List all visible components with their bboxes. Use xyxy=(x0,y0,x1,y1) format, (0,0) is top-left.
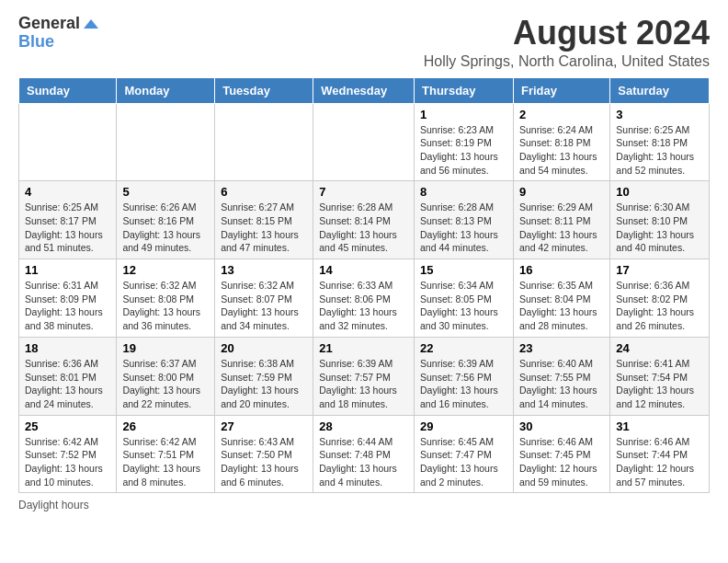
day-number: 31 xyxy=(616,419,703,433)
col-sunday: Sunday xyxy=(19,77,117,103)
day-number: 22 xyxy=(420,341,507,355)
cell-0-4: 1Sunrise: 6:23 AM Sunset: 8:19 PM Daylig… xyxy=(415,103,514,181)
day-info: Sunrise: 6:41 AM Sunset: 7:54 PM Dayligh… xyxy=(616,357,703,411)
header: General Blue August 2024 Holly Springs, … xyxy=(18,15,710,70)
logo-general: General xyxy=(18,15,80,33)
col-friday: Friday xyxy=(513,77,609,103)
cell-4-4: 29Sunrise: 6:45 AM Sunset: 7:47 PM Dayli… xyxy=(415,415,514,493)
cell-3-6: 24Sunrise: 6:41 AM Sunset: 7:54 PM Dayli… xyxy=(610,337,710,415)
col-tuesday: Tuesday xyxy=(215,77,313,103)
location-title: Holly Springs, North Carolina, United St… xyxy=(424,53,710,70)
day-number: 5 xyxy=(122,185,209,199)
day-info: Sunrise: 6:39 AM Sunset: 7:57 PM Dayligh… xyxy=(319,357,408,411)
day-info: Sunrise: 6:28 AM Sunset: 8:13 PM Dayligh… xyxy=(420,201,507,255)
day-number: 24 xyxy=(616,341,703,355)
cell-3-3: 21Sunrise: 6:39 AM Sunset: 7:57 PM Dayli… xyxy=(313,337,415,415)
day-info: Sunrise: 6:23 AM Sunset: 8:19 PM Dayligh… xyxy=(420,123,507,178)
cell-1-2: 6Sunrise: 6:27 AM Sunset: 8:15 PM Daylig… xyxy=(215,181,313,259)
cell-3-1: 19Sunrise: 6:37 AM Sunset: 8:00 PM Dayli… xyxy=(117,337,215,415)
cell-4-0: 25Sunrise: 6:42 AM Sunset: 7:52 PM Dayli… xyxy=(19,415,117,493)
cell-0-5: 2Sunrise: 6:24 AM Sunset: 8:18 PM Daylig… xyxy=(513,103,609,181)
day-info: Sunrise: 6:45 AM Sunset: 7:47 PM Dayligh… xyxy=(420,435,507,489)
cell-0-6: 3Sunrise: 6:25 AM Sunset: 8:18 PM Daylig… xyxy=(610,103,710,181)
day-info: Sunrise: 6:25 AM Sunset: 8:18 PM Dayligh… xyxy=(616,123,703,178)
title-area: August 2024 Holly Springs, North Carolin… xyxy=(424,15,710,70)
cell-2-6: 17Sunrise: 6:36 AM Sunset: 8:02 PM Dayli… xyxy=(610,259,710,338)
day-info: Sunrise: 6:29 AM Sunset: 8:11 PM Dayligh… xyxy=(519,201,604,255)
cell-3-4: 22Sunrise: 6:39 AM Sunset: 7:56 PM Dayli… xyxy=(415,337,514,415)
day-number: 4 xyxy=(25,185,110,199)
cell-1-4: 8Sunrise: 6:28 AM Sunset: 8:13 PM Daylig… xyxy=(415,181,514,259)
day-info: Sunrise: 6:40 AM Sunset: 7:55 PM Dayligh… xyxy=(519,357,604,411)
day-info: Sunrise: 6:43 AM Sunset: 7:50 PM Dayligh… xyxy=(221,435,307,489)
week-row-3: 18Sunrise: 6:36 AM Sunset: 8:01 PM Dayli… xyxy=(19,337,710,415)
day-info: Sunrise: 6:44 AM Sunset: 7:48 PM Dayligh… xyxy=(319,435,408,489)
cell-4-2: 27Sunrise: 6:43 AM Sunset: 7:50 PM Dayli… xyxy=(215,415,313,493)
day-info: Sunrise: 6:42 AM Sunset: 7:52 PM Dayligh… xyxy=(25,435,110,489)
day-info: Sunrise: 6:24 AM Sunset: 8:18 PM Dayligh… xyxy=(519,123,604,178)
day-info: Sunrise: 6:35 AM Sunset: 8:04 PM Dayligh… xyxy=(519,279,604,333)
day-info: Sunrise: 6:39 AM Sunset: 7:56 PM Dayligh… xyxy=(420,357,507,411)
day-number: 15 xyxy=(420,263,507,277)
day-number: 26 xyxy=(122,419,209,433)
day-info: Sunrise: 6:46 AM Sunset: 7:45 PM Dayligh… xyxy=(519,435,604,489)
day-number: 9 xyxy=(519,185,604,199)
day-number: 16 xyxy=(519,263,604,277)
day-info: Sunrise: 6:46 AM Sunset: 7:44 PM Dayligh… xyxy=(616,435,703,489)
col-wednesday: Wednesday xyxy=(313,77,415,103)
day-number: 14 xyxy=(319,263,408,277)
cell-2-5: 16Sunrise: 6:35 AM Sunset: 8:04 PM Dayli… xyxy=(513,259,609,338)
day-number: 3 xyxy=(616,108,703,121)
cell-2-1: 12Sunrise: 6:32 AM Sunset: 8:08 PM Dayli… xyxy=(117,259,215,338)
day-info: Sunrise: 6:34 AM Sunset: 8:05 PM Dayligh… xyxy=(420,279,507,333)
cell-0-3 xyxy=(313,103,415,181)
day-info: Sunrise: 6:37 AM Sunset: 8:00 PM Dayligh… xyxy=(122,357,209,411)
logo-blue: Blue xyxy=(18,32,54,51)
day-number: 18 xyxy=(25,341,110,355)
cell-3-2: 20Sunrise: 6:38 AM Sunset: 7:59 PM Dayli… xyxy=(215,337,313,415)
cell-1-6: 10Sunrise: 6:30 AM Sunset: 8:10 PM Dayli… xyxy=(610,181,710,259)
day-number: 19 xyxy=(122,341,209,355)
day-info: Sunrise: 6:30 AM Sunset: 8:10 PM Dayligh… xyxy=(616,201,703,255)
day-info: Sunrise: 6:32 AM Sunset: 8:07 PM Dayligh… xyxy=(221,279,307,333)
day-number: 20 xyxy=(221,341,307,355)
col-saturday: Saturday xyxy=(610,77,710,103)
day-info: Sunrise: 6:27 AM Sunset: 8:15 PM Dayligh… xyxy=(221,201,307,255)
cell-1-0: 4Sunrise: 6:25 AM Sunset: 8:17 PM Daylig… xyxy=(19,181,117,259)
cell-3-5: 23Sunrise: 6:40 AM Sunset: 7:55 PM Dayli… xyxy=(513,337,609,415)
week-row-2: 11Sunrise: 6:31 AM Sunset: 8:09 PM Dayli… xyxy=(19,259,710,338)
header-row: Sunday Monday Tuesday Wednesday Thursday… xyxy=(19,77,710,103)
day-number: 29 xyxy=(420,419,507,433)
day-number: 13 xyxy=(221,263,307,277)
month-title: August 2024 xyxy=(424,15,710,52)
day-info: Sunrise: 6:33 AM Sunset: 8:06 PM Dayligh… xyxy=(319,279,408,333)
day-info: Sunrise: 6:32 AM Sunset: 8:08 PM Dayligh… xyxy=(122,279,209,333)
cell-0-2 xyxy=(215,103,313,181)
day-number: 25 xyxy=(25,419,110,433)
day-number: 1 xyxy=(420,108,507,121)
cell-4-5: 30Sunrise: 6:46 AM Sunset: 7:45 PM Dayli… xyxy=(513,415,609,493)
day-info: Sunrise: 6:38 AM Sunset: 7:59 PM Dayligh… xyxy=(221,357,307,411)
day-info: Sunrise: 6:36 AM Sunset: 8:02 PM Dayligh… xyxy=(616,279,703,333)
logo: General Blue xyxy=(18,15,98,52)
day-number: 28 xyxy=(319,419,408,433)
week-row-1: 4Sunrise: 6:25 AM Sunset: 8:17 PM Daylig… xyxy=(19,181,710,259)
day-number: 11 xyxy=(25,263,110,277)
day-info: Sunrise: 6:26 AM Sunset: 8:16 PM Dayligh… xyxy=(122,201,209,255)
cell-3-0: 18Sunrise: 6:36 AM Sunset: 8:01 PM Dayli… xyxy=(19,337,117,415)
day-info: Sunrise: 6:36 AM Sunset: 8:01 PM Dayligh… xyxy=(25,357,110,411)
cell-2-3: 14Sunrise: 6:33 AM Sunset: 8:06 PM Dayli… xyxy=(313,259,415,338)
cell-1-1: 5Sunrise: 6:26 AM Sunset: 8:16 PM Daylig… xyxy=(117,181,215,259)
day-number: 12 xyxy=(122,263,209,277)
day-info: Sunrise: 6:28 AM Sunset: 8:14 PM Dayligh… xyxy=(319,201,408,255)
day-info: Sunrise: 6:25 AM Sunset: 8:17 PM Dayligh… xyxy=(25,201,110,255)
day-number: 21 xyxy=(319,341,408,355)
day-info: Sunrise: 6:31 AM Sunset: 8:09 PM Dayligh… xyxy=(25,279,110,333)
day-number: 27 xyxy=(221,419,307,433)
day-number: 23 xyxy=(519,341,604,355)
footer-note: Daylight hours xyxy=(18,499,710,511)
day-number: 10 xyxy=(616,185,703,199)
day-number: 6 xyxy=(221,185,307,199)
week-row-0: 1Sunrise: 6:23 AM Sunset: 8:19 PM Daylig… xyxy=(19,103,710,181)
cell-0-1 xyxy=(117,103,215,181)
